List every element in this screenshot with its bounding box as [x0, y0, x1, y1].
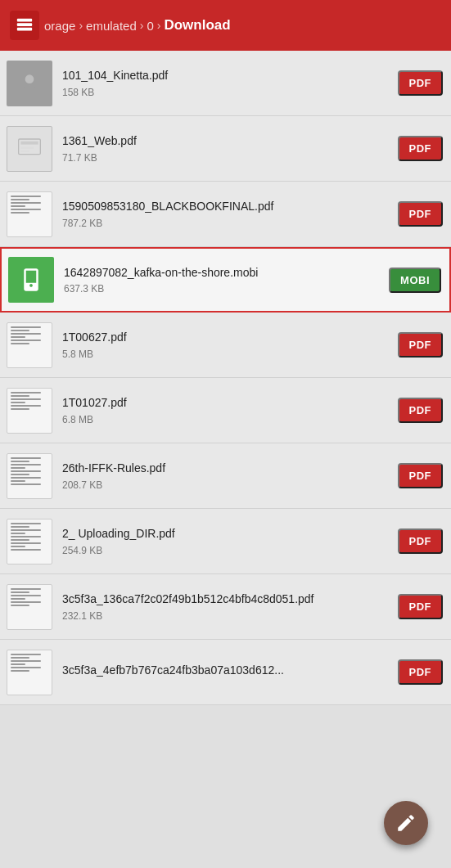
file-thumbnail	[8, 257, 54, 303]
file-thumbnail	[7, 650, 52, 695]
file-info: 3c5f3a_4efb7b767ca24fb3ba07a103d612...	[62, 663, 390, 681]
file-size: 637.3 KB	[64, 283, 381, 295]
file-badge-button[interactable]: PDF	[398, 463, 444, 488]
list-item[interactable]: 1T01027.pdf 6.8 MB PDF	[0, 378, 451, 443]
toolbar: orage › emulated › 0 › Download	[0, 0, 451, 51]
file-thumbnail	[7, 126, 52, 172]
breadcrumb-0[interactable]: 0	[147, 19, 153, 33]
file-info: 1361_Web.pdf 71.7 KB	[62, 133, 390, 163]
file-size: 71.7 KB	[62, 152, 390, 164]
file-name: 1T00627.pdf	[62, 330, 390, 344]
breadcrumb: orage › emulated › 0 › Download	[44, 17, 441, 34]
file-badge-button[interactable]: MOBI	[389, 268, 441, 293]
list-item[interactable]: 26th-IFFK-Rules.pdf 208.7 KB PDF	[0, 443, 451, 509]
file-name: 1T01027.pdf	[62, 395, 390, 410]
file-info: 26th-IFFK-Rules.pdf 208.7 KB	[62, 461, 390, 490]
svg-rect-6	[20, 146, 34, 149]
svg-rect-1	[17, 23, 32, 26]
list-item[interactable]: 1T00627.pdf 5.8 MB PDF	[0, 313, 451, 378]
list-item[interactable]: 1642897082_kafka-on-the-shore.mobi 637.3…	[0, 247, 451, 313]
file-name: 3c5f3a_136ca7f2c02f49b1b512c4bfb4c8d051.…	[62, 591, 390, 606]
file-badge-button[interactable]: PDF	[398, 659, 444, 685]
list-item[interactable]: 101_104_Kinetta.pdf 158 KB PDF	[0, 51, 451, 116]
fab-edit-button[interactable]	[384, 801, 428, 845]
list-item[interactable]: 1590509853180_BLACKBOOKFINAL.pdf 787.2 K…	[0, 182, 451, 247]
file-badge-button[interactable]: PDF	[398, 594, 444, 619]
svg-rect-7	[20, 150, 29, 152]
file-badge-button[interactable]: PDF	[398, 528, 444, 554]
file-name: 2_ Uploading_DIR.pdf	[62, 526, 390, 541]
file-info: 1642897082_kafka-on-the-shore.mobi 637.3…	[64, 265, 381, 295]
file-badge-button[interactable]: PDF	[398, 398, 444, 423]
file-info: 2_ Uploading_DIR.pdf 254.9 KB	[62, 526, 390, 555]
file-info: 1T00627.pdf 5.8 MB	[62, 330, 390, 359]
file-name: 1361_Web.pdf	[62, 133, 390, 148]
file-size: 6.8 MB	[62, 414, 390, 425]
file-name: 1590509853180_BLACKBOOKFINAL.pdf	[62, 199, 390, 214]
breadcrumb-download[interactable]: Download	[164, 17, 230, 34]
file-size: 158 KB	[62, 87, 390, 98]
breadcrumb-sep-2: ›	[140, 19, 144, 32]
app-icon	[10, 11, 39, 40]
svg-point-3	[25, 74, 34, 83]
svg-rect-0	[17, 19, 32, 22]
file-info: 1T01027.pdf 6.8 MB	[62, 395, 390, 425]
file-badge-button[interactable]: PDF	[398, 70, 444, 96]
file-thumbnail	[7, 61, 52, 106]
breadcrumb-storage[interactable]: orage	[44, 19, 75, 33]
file-list: 101_104_Kinetta.pdf 158 KB PDF 1361_Web.…	[0, 51, 451, 705]
file-thumbnail	[7, 453, 52, 499]
file-name: 26th-IFFK-Rules.pdf	[62, 461, 390, 475]
file-thumbnail	[7, 322, 52, 368]
file-name: 3c5f3a_4efb7b767ca24fb3ba07a103d612...	[62, 663, 390, 677]
file-badge-button[interactable]: PDF	[398, 332, 444, 358]
file-info: 1590509853180_BLACKBOOKFINAL.pdf 787.2 K…	[62, 199, 390, 228]
list-item[interactable]: 3c5f3a_4efb7b767ca24fb3ba07a103d612... P…	[0, 640, 451, 705]
file-thumbnail	[7, 584, 52, 630]
file-size: 5.8 MB	[62, 349, 390, 360]
file-info: 3c5f3a_136ca7f2c02f49b1b512c4bfb4c8d051.…	[62, 591, 390, 621]
file-thumbnail	[7, 388, 52, 434]
breadcrumb-sep-1: ›	[79, 19, 83, 32]
file-thumbnail	[7, 519, 52, 564]
breadcrumb-sep-3: ›	[157, 19, 161, 32]
breadcrumb-emulated[interactable]: emulated	[86, 19, 137, 33]
file-size: 254.9 KB	[62, 545, 390, 556]
file-size: 787.2 KB	[62, 218, 390, 229]
file-size: 232.1 KB	[62, 610, 390, 622]
file-name: 101_104_Kinetta.pdf	[62, 68, 390, 83]
list-item[interactable]: 3c5f3a_136ca7f2c02f49b1b512c4bfb4c8d051.…	[0, 574, 451, 640]
file-size: 208.7 KB	[62, 479, 390, 491]
svg-rect-5	[20, 141, 38, 144]
svg-rect-2	[17, 28, 32, 31]
file-badge-button[interactable]: PDF	[398, 136, 444, 161]
list-item[interactable]: 2_ Uploading_DIR.pdf 254.9 KB PDF	[0, 509, 451, 574]
file-info: 101_104_Kinetta.pdf 158 KB	[62, 68, 390, 97]
file-badge-button[interactable]: PDF	[398, 201, 444, 227]
list-item[interactable]: 1361_Web.pdf 71.7 KB PDF	[0, 116, 451, 182]
file-name: 1642897082_kafka-on-the-shore.mobi	[64, 265, 381, 280]
file-thumbnail	[7, 191, 52, 237]
